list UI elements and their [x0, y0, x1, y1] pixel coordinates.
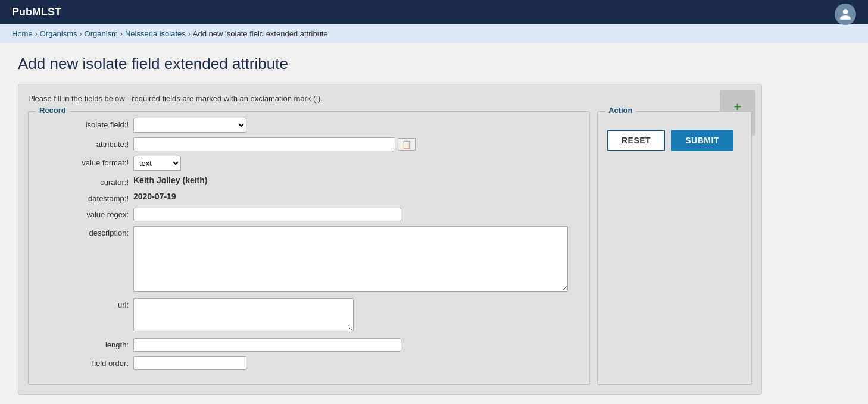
length-wrap	[133, 338, 580, 352]
length-label: length:	[38, 338, 133, 349]
description-label: description:	[38, 226, 133, 237]
info-text: Please fill in the fields below - requir…	[28, 94, 752, 103]
curator-label: curator:!	[38, 176, 133, 187]
value-format-select[interactable]: text integer float date boolean	[133, 156, 181, 171]
attribute-wrap: 📋	[133, 137, 580, 151]
user-icon[interactable]	[835, 4, 856, 25]
curator-row: curator:! Keith Jolley (keith)	[38, 176, 580, 187]
breadcrumb-current: Add new isolate field extended attribute	[193, 29, 328, 38]
datestamp-label: datestamp:!	[38, 192, 133, 203]
breadcrumb-sep-1: ›	[35, 30, 38, 38]
field-order-row: field order:	[38, 356, 580, 370]
length-input[interactable]	[133, 338, 401, 352]
curator-wrap: Keith Jolley (keith)	[133, 176, 580, 185]
isolate-field-row: isolate field:!	[38, 118, 580, 133]
breadcrumb-neisseria-isolates[interactable]: Neisseria isolates	[125, 29, 186, 38]
breadcrumb-organism[interactable]: Organism	[85, 29, 118, 38]
attribute-row: attribute:! 📋	[38, 137, 580, 151]
length-row: length:	[38, 338, 580, 352]
datestamp-row: datestamp:! 2020-07-19	[38, 192, 580, 203]
attribute-label: attribute:!	[38, 137, 133, 149]
page-content: Add new isolate field extended attribute…	[0, 43, 868, 404]
description-row: description:	[38, 226, 580, 293]
field-order-wrap	[133, 356, 580, 370]
form-container: Please fill in the fields below - requir…	[18, 84, 762, 395]
description-wrap	[133, 226, 580, 293]
action-buttons: RESET SUBMIT	[607, 130, 742, 151]
url-row: url:	[38, 298, 580, 333]
reset-button[interactable]: RESET	[607, 130, 665, 151]
attribute-copy-btn[interactable]: 📋	[398, 138, 416, 151]
breadcrumb-sep-3: ›	[120, 30, 123, 38]
curator-value: Keith Jolley (keith)	[133, 173, 207, 185]
breadcrumb: Home › Organisms › Organism › Neisseria …	[0, 24, 868, 43]
isolate-field-wrap	[133, 118, 580, 133]
panels-wrapper: Record isolate field:! attribute:! 📋	[28, 111, 752, 385]
submit-button[interactable]: SUBMIT	[671, 130, 733, 151]
datestamp-value: 2020-07-19	[133, 189, 176, 201]
record-legend: Record	[36, 106, 70, 115]
url-label: url:	[38, 298, 133, 309]
value-format-row: value format:! text integer float date b…	[38, 156, 580, 171]
url-textarea[interactable]	[133, 298, 354, 331]
app-title: PubMLST	[12, 6, 61, 18]
value-format-label: value format:!	[38, 156, 133, 167]
action-panel: Action RESET SUBMIT	[597, 111, 752, 385]
value-format-wrap: text integer float date boolean	[133, 156, 580, 171]
field-order-input[interactable]	[133, 356, 246, 370]
value-regex-input[interactable]	[133, 208, 401, 221]
value-regex-wrap	[133, 208, 580, 221]
user-icon-container	[835, 4, 856, 25]
description-textarea[interactable]	[133, 226, 568, 292]
breadcrumb-sep-2: ›	[80, 30, 82, 38]
isolate-field-label: isolate field:!	[38, 118, 133, 129]
page-title: Add new isolate field extended attribute	[18, 55, 850, 73]
isolate-field-select[interactable]	[133, 118, 246, 133]
attribute-input[interactable]	[133, 137, 395, 151]
breadcrumb-sep-4: ›	[188, 30, 191, 38]
breadcrumb-home[interactable]: Home	[12, 29, 33, 38]
datestamp-wrap: 2020-07-19	[133, 192, 580, 201]
url-wrap	[133, 298, 580, 333]
value-regex-label: value regex:	[38, 208, 133, 219]
value-regex-row: value regex:	[38, 208, 580, 221]
record-panel: Record isolate field:! attribute:! 📋	[28, 111, 590, 385]
field-order-label: field order:	[38, 356, 133, 368]
app-title-bar: PubMLST	[0, 0, 868, 24]
breadcrumb-organisms[interactable]: Organisms	[40, 29, 77, 38]
action-legend: Action	[605, 106, 636, 115]
